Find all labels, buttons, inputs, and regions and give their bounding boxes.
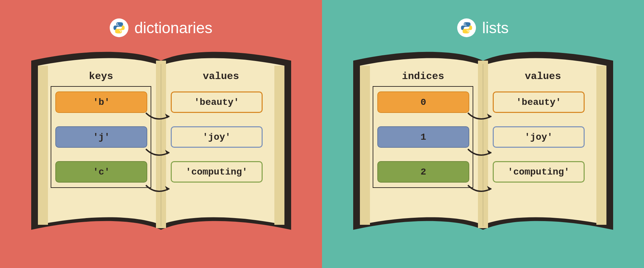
lists-content: indices 0 1 2 values 'beauty' 'joy' 'com…: [363, 71, 603, 228]
arrow-icon: [466, 183, 500, 196]
value-pill: 'computing': [171, 161, 263, 183]
dictionaries-title: dictionaries: [135, 19, 213, 37]
indices-page: indices 0 1 2: [363, 71, 483, 228]
key-pill: 'b': [55, 91, 147, 113]
lists-panel: lists indices 0 1 2 values 'bea: [322, 0, 644, 268]
python-logo-icon: [110, 18, 128, 37]
arrows-column: [466, 110, 500, 196]
keys-page: keys 'b' 'j' 'c': [41, 71, 161, 228]
index-pill: 2: [377, 161, 469, 183]
lists-title-row: lists: [457, 18, 508, 37]
key-pill: 'c': [55, 161, 147, 183]
index-pill: 0: [377, 91, 469, 113]
indices-header: indices: [402, 71, 444, 82]
lists-book: indices 0 1 2 values 'beauty' 'joy' 'com…: [340, 47, 627, 242]
value-pill: 'joy': [493, 126, 585, 148]
indices-container: 0 1 2: [373, 86, 473, 188]
dictionaries-content: keys 'b' 'j' 'c' values 'beauty' 'joy' '…: [41, 71, 281, 228]
value-pill: 'computing': [493, 161, 585, 183]
keys-container: 'b' 'j' 'c': [51, 86, 151, 188]
value-pill: 'joy': [171, 126, 263, 148]
values-container: 'beauty' 'joy' 'computing': [171, 86, 271, 183]
lists-title: lists: [482, 19, 508, 37]
arrow-icon: [144, 110, 178, 124]
keys-header: keys: [89, 71, 113, 82]
value-pill: 'beauty': [171, 91, 263, 113]
value-pill: 'beauty': [493, 91, 585, 113]
dictionaries-book: keys 'b' 'j' 'c' values 'beauty' 'joy' '…: [18, 47, 305, 242]
values-page: values 'beauty' 'joy' 'computing': [483, 71, 603, 228]
dictionaries-panel: dictionaries keys 'b' 'j' 'c' values: [0, 0, 322, 268]
arrow-icon: [144, 146, 178, 160]
values-header: values: [525, 71, 561, 82]
arrow-icon: [144, 183, 178, 196]
dictionaries-title-row: dictionaries: [110, 18, 213, 37]
index-pill: 1: [377, 126, 469, 148]
key-pill: 'j': [55, 126, 147, 148]
arrow-icon: [466, 110, 500, 124]
arrows-column: [144, 110, 178, 196]
arrow-icon: [466, 146, 500, 160]
values-header: values: [203, 71, 239, 82]
values-page: values 'beauty' 'joy' 'computing': [161, 71, 281, 228]
python-logo-icon: [457, 18, 476, 37]
values-container: 'beauty' 'joy' 'computing': [493, 86, 593, 183]
